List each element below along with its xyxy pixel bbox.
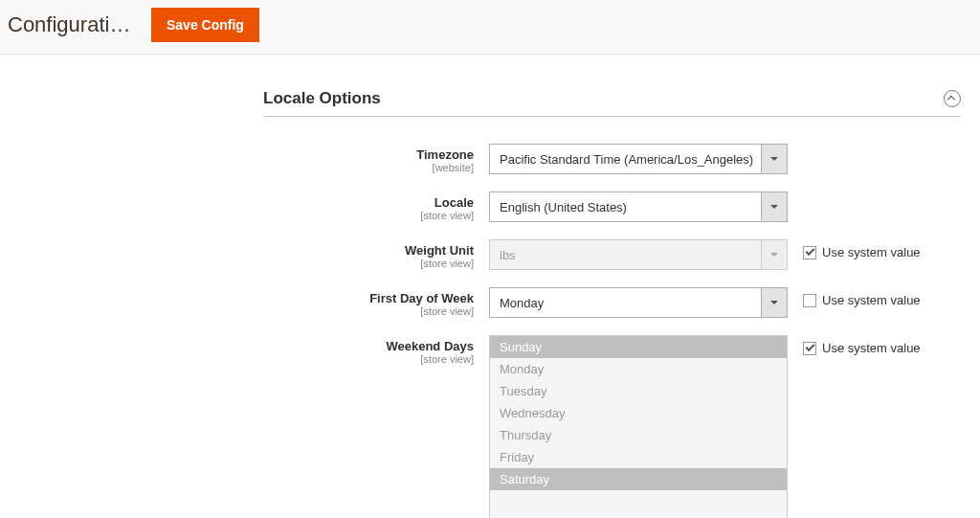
field-label: Timezone	[416, 147, 474, 162]
label-col: Timezone [website]	[263, 144, 489, 173]
label-col: First Day of Week [store view]	[263, 287, 489, 317]
field-first-day-of-week: First Day of Week [store view] Monday Us…	[263, 287, 961, 318]
label-col: Weight Unit [store view]	[263, 239, 489, 269]
field-scope: [store view]	[263, 210, 474, 221]
field-label: Weight Unit	[405, 243, 474, 258]
weekend-days-multiselect: SundayMondayTuesdayWednesdayThursdayFrid…	[489, 335, 788, 518]
use-system-checkbox-weekend-days[interactable]	[803, 342, 816, 355]
field-scope: [website]	[263, 162, 474, 173]
multiselect-option: Monday	[490, 358, 787, 380]
multiselect-option: Tuesday	[490, 380, 787, 402]
save-config-button[interactable]: Save Config	[151, 8, 259, 42]
field-locale: Locale [store view] English (United Stat…	[263, 191, 961, 222]
section-header-locale-options[interactable]: Locale Options	[263, 89, 961, 117]
label-col: Weekend Days [store view]	[263, 335, 489, 365]
select-value: Pacific Standard Time (America/Los_Angel…	[489, 144, 788, 174]
use-system-label[interactable]: Use system value	[822, 293, 921, 307]
section-title: Locale Options	[263, 89, 381, 108]
use-system-checkbox-first-day[interactable]	[803, 294, 816, 307]
chevron-down-icon	[761, 287, 788, 318]
locale-select[interactable]: English (United States)	[489, 191, 788, 222]
chevron-down-icon	[761, 191, 788, 222]
control-col: English (United States)	[489, 191, 788, 222]
field-scope: [store view]	[263, 353, 474, 365]
field-weight-unit: Weight Unit [store view] lbs Use system …	[263, 239, 961, 270]
chevron-down-icon	[761, 239, 788, 270]
content-area: Locale Options Timezone [website] Pacifi…	[0, 55, 980, 518]
field-label: Weekend Days	[386, 339, 474, 353]
use-system-wrap: Use system value	[788, 239, 921, 259]
control-col: SundayMondayTuesdayWednesdayThursdayFrid…	[489, 335, 788, 518]
multiselect-option: Friday	[490, 446, 787, 468]
multiselect-option: Wednesday	[490, 402, 787, 424]
page-title: Configuration	[8, 12, 132, 37]
chevron-down-icon	[761, 144, 788, 174]
use-system-wrap: Use system value	[788, 287, 921, 307]
select-value: Monday	[489, 287, 788, 318]
control-col: lbs	[489, 239, 788, 270]
first-day-select[interactable]: Monday	[489, 287, 788, 318]
field-label: First Day of Week	[369, 291, 474, 305]
label-col: Locale [store view]	[263, 191, 489, 221]
field-scope: [store view]	[263, 258, 474, 269]
collapse-icon[interactable]	[944, 90, 961, 107]
multiselect-option: Saturday	[490, 468, 787, 490]
weight-unit-select: lbs	[489, 239, 788, 270]
field-scope: [store view]	[263, 305, 474, 317]
page-header: Configuration Save Config	[0, 0, 980, 55]
field-label: Locale	[434, 195, 474, 210]
control-col: Pacific Standard Time (America/Los_Angel…	[489, 144, 788, 174]
field-weekend-days: Weekend Days [store view] SundayMondayTu…	[263, 335, 961, 518]
select-value: lbs	[489, 239, 788, 270]
use-system-label[interactable]: Use system value	[822, 245, 921, 259]
timezone-select[interactable]: Pacific Standard Time (America/Los_Angel…	[489, 144, 788, 174]
use-system-label[interactable]: Use system value	[822, 341, 921, 355]
multiselect-option: Sunday	[490, 336, 787, 358]
use-system-wrap: Use system value	[788, 335, 921, 355]
control-col: Monday	[489, 287, 788, 318]
multiselect-option: Thursday	[490, 424, 787, 446]
select-value: English (United States)	[489, 191, 788, 222]
use-system-checkbox-weight-unit[interactable]	[803, 246, 816, 259]
field-timezone: Timezone [website] Pacific Standard Time…	[263, 144, 961, 174]
